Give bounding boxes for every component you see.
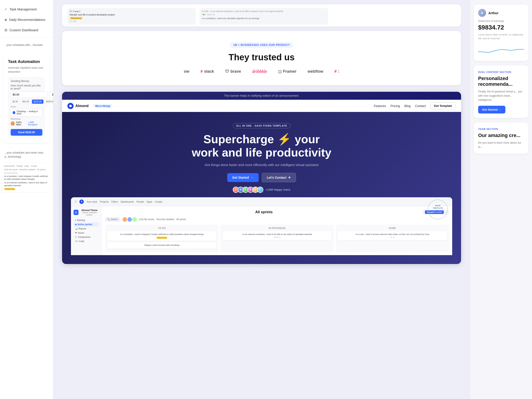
done-column: DONE As a user, I want to access Interco… xyxy=(336,225,449,252)
dashboard-preview: SAASTEMPLATE★STARTUP ⠿ A Your work Proje… xyxy=(71,197,452,255)
personalized-desc: Finally, the AI-powered virtual a... you… xyxy=(478,89,524,102)
mini-only-my-issues: Only My Issues xyxy=(4,168,18,171)
nav-blog[interactable]: Blog xyxy=(404,104,411,108)
main-scroll[interactable]: FC-9 ■ ■ 3 Interate nuxt-i8n in product-… xyxy=(53,0,470,399)
project-info: A Almond Theme Classic software project xyxy=(74,209,99,216)
topbar-create[interactable]: Create xyxy=(155,200,162,203)
mini-refactoring-badge: Refactoring xyxy=(4,188,15,190)
almond-nav-links: Features Pricing Blog Contact Get Templa… xyxy=(374,102,456,109)
sidebar-divider xyxy=(0,37,53,37)
sidebar-reports[interactable]: 📊 Reports xyxy=(74,227,99,231)
arrow-right-icon: → xyxy=(251,176,254,179)
hero-title-line2: work and life productivity xyxy=(192,146,331,159)
mini-sprints: Only My Issues Recently Updated All spri… xyxy=(4,168,49,171)
sidebar-item-task-management[interactable]: ✓ Task Management xyxy=(0,4,53,14)
sprints-header-row: All sprints Complete sprint ··· xyxy=(105,209,449,215)
team-section: TEAM SECTION Our amazing cre... Do you w… xyxy=(474,122,528,154)
lets-contact-button[interactable]: Let's Contact ✈ xyxy=(262,173,296,182)
recently-updated-filter[interactable]: Recently Updated xyxy=(157,218,174,221)
sidebar-active-sprints[interactable]: ◈ Active sprints xyxy=(74,222,99,227)
sidebar-label-task: Task Management xyxy=(10,7,37,11)
topbar-apps[interactable]: Apps xyxy=(147,200,152,203)
task-automation-card: Task Automation Automate repetitive task… xyxy=(4,55,50,143)
dashboard-topbar: ⠿ A Your work Projects Filters Dashboard… xyxy=(71,197,452,206)
earnings-chart xyxy=(478,43,524,57)
sidebar-issues[interactable]: ⚑ Issues xyxy=(74,231,99,235)
sidebar-label-daily: Daily Recommendations xyxy=(9,18,45,21)
amount-presets: $0.00 $50.00 $100.00 $200.00 xyxy=(11,100,42,104)
preset-50[interactable]: $50.00 xyxy=(21,100,31,104)
send-money-button[interactable]: Send $100.00 xyxy=(11,129,42,136)
hero-buttons: Get Started → Let's Contact ✈ xyxy=(71,173,452,182)
nav-features[interactable]: Features xyxy=(374,104,386,108)
main-content: FC-9 ■ ■ 3 Interate nuxt-i8n in product-… xyxy=(53,0,470,399)
pm-spacer xyxy=(332,8,456,25)
filter-row: 🔍 Search Only My Issues Recently Updated xyxy=(105,217,449,222)
mini-task-2: As an external contributor, I want to se… xyxy=(4,181,49,187)
pm-fc-label-2: FC-6 ■ xyxy=(70,20,194,22)
all-sprints-filter[interactable]: All sprints xyxy=(177,218,186,221)
extra-text: : xyxy=(338,69,339,74)
personalized-section: DUAL CONTENT SECTION Personalized recomm… xyxy=(474,65,528,118)
framer-icon: ◻ xyxy=(278,69,282,74)
dashboard-main-area: All sprints Complete sprint ··· xyxy=(102,206,452,255)
personalized-get-started-button[interactable]: Get Started → xyxy=(478,106,505,114)
almond-card: This banner helps in notifying visitors … xyxy=(62,92,461,264)
recommendations-icon: ◈ xyxy=(4,18,7,22)
topbar-filters[interactable]: Filters xyxy=(111,200,118,203)
recipient-name: Kathy Miller xyxy=(16,121,27,126)
mini-dashboard-preview: Dashboards People Apps Create Only My Is… xyxy=(2,163,51,192)
sidebar-backlog[interactable]: ≡ Backlog xyxy=(74,218,99,222)
project-icon: A xyxy=(74,210,78,215)
earnings-amount: $9834.72 xyxy=(478,24,524,31)
sidebar-item-custom-dashboard[interactable]: ⊞ Custom Dashboard xyxy=(0,25,53,35)
sidebar-components[interactable]: ⬡ Components xyxy=(74,235,99,239)
topbar-people[interactable]: People xyxy=(137,200,144,203)
search-box[interactable]: 🔍 Search xyxy=(105,217,120,222)
mini-nav-create: Create xyxy=(31,165,37,167)
team-avatar-3 xyxy=(132,217,137,222)
earnings-header: A Arthur xyxy=(478,9,524,17)
project-name: Almond Theme xyxy=(80,209,99,211)
send-icon: ✈ xyxy=(288,176,291,179)
todo-task-2-text: Replace JustComments with something xyxy=(109,244,215,247)
todo-task-1-text: As a translator, I want to integrate Cro… xyxy=(109,233,215,236)
get-started-hero-button[interactable]: Get Started → xyxy=(227,173,259,182)
reports-icon: 📊 xyxy=(75,228,78,230)
task-auto-desc: Automate repetitive tasks and streamline xyxy=(8,66,45,74)
mini-task-1: As a translator, I want integrate Crowdi… xyxy=(4,175,49,180)
only-my-issues-filter[interactable]: Only My Issues xyxy=(139,218,154,221)
sidebar-schedule-text: ...your schedules with ...focused. xyxy=(0,39,53,51)
topbar-projects[interactable]: Projects xyxy=(100,200,109,203)
done-date: FC-13 xyxy=(340,236,445,238)
almond-banner: This banner helps in notifying visitors … xyxy=(62,92,461,100)
get-template-button[interactable]: Get Template xyxy=(430,102,456,109)
todo-column: TO DO As a translator, I want to integra… xyxy=(105,225,219,252)
topbar-your-work[interactable]: Your work xyxy=(86,200,97,203)
mini-all-sprints: All sprints xyxy=(37,168,46,171)
done-task-1: As a user, I want to access Intercom hel… xyxy=(338,231,447,240)
mini-nav-people: People xyxy=(17,165,23,167)
nav-pricing[interactable]: Pricing xyxy=(391,104,400,108)
team-badge: TEAM SECTION xyxy=(478,128,498,130)
calculation-task: As a contributor, I want new calculation… xyxy=(202,17,326,20)
sidebar-item-daily-recommendations[interactable]: ◈ Daily Recommendations xyxy=(0,15,53,24)
topbar-dashboards[interactable]: Dashboards xyxy=(120,200,134,203)
preset-100[interactable]: $100.00 xyxy=(32,100,44,104)
sidebar-code[interactable]: </> Code xyxy=(74,239,99,243)
mini-topbar: Dashboards People Apps Create xyxy=(4,165,49,167)
nav-contact[interactable]: Contact xyxy=(415,104,426,108)
task-icon: ✓ xyxy=(4,7,7,11)
all-sprints-title: All sprints xyxy=(105,210,423,214)
pm-task-card: FC-9 ■ ■ 3 Interate nuxt-i8n in product-… xyxy=(67,8,196,25)
clone-date: MAR-18 xyxy=(208,13,215,16)
amount-input[interactable] xyxy=(11,92,48,98)
clone-badges: ■ 2 MAR-18 xyxy=(202,13,326,16)
saas-stamp: SAASTEMPLATE★STARTUP xyxy=(428,200,448,219)
preset-0[interactable]: $0.00 xyxy=(11,100,20,104)
receiving-label: Receiving xyxy=(11,118,42,120)
statement-label: Statement of earnings xyxy=(478,19,524,23)
from-label: From xyxy=(11,106,42,108)
add-recipient-btn[interactable]: + Add Recipient xyxy=(28,121,42,126)
pm-task-text: Interate nuxt-i8n in product-developers … xyxy=(70,13,194,16)
